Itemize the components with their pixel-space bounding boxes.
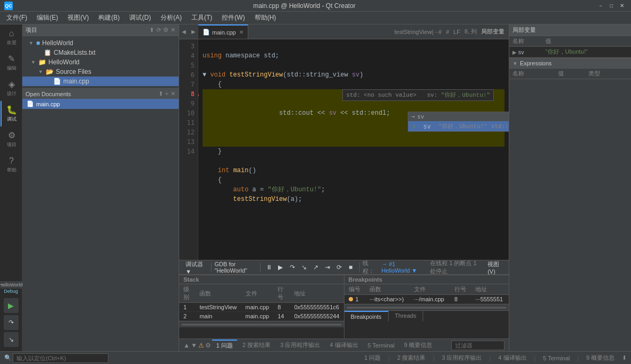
issues-tab-terminal[interactable]: 5 Terminal bbox=[364, 341, 399, 350]
source-folder-icon: 📂 bbox=[46, 68, 54, 75]
tab-breakpoints[interactable]: Breakpoints bbox=[344, 311, 389, 321]
filter-icon[interactable]: ⬆ bbox=[149, 27, 154, 33]
debug-view-selector[interactable]: 视图(V) bbox=[484, 259, 506, 276]
issues-tab-problems[interactable]: 1 问题 bbox=[212, 340, 237, 351]
issues-filter-icon[interactable]: ⚙ bbox=[205, 342, 211, 349]
tab-threads[interactable]: Threads bbox=[389, 311, 423, 321]
filter-input[interactable] bbox=[451, 341, 504, 350]
menu-controls[interactable]: 控件(W) bbox=[217, 12, 249, 24]
app-logo: QC bbox=[4, 2, 13, 10]
nav-design[interactable]: ◈ 设计 bbox=[1, 75, 22, 101]
tab-close-icon[interactable]: ✕ bbox=[239, 29, 243, 35]
debugger-selector[interactable]: 调试器 ▼ bbox=[182, 259, 208, 276]
code-area[interactable]: using namespace std; ▼ void testStringVi… bbox=[198, 39, 509, 260]
debug-run-to-line-button[interactable]: ⇥ bbox=[322, 262, 333, 273]
open-docs-add-icon[interactable]: + bbox=[165, 90, 169, 97]
issues-up-icon[interactable]: ▲ bbox=[183, 342, 190, 349]
bp-col-addr: 地址 bbox=[471, 284, 509, 295]
issues-tab-summary[interactable]: 9 概要信息 bbox=[400, 340, 436, 350]
bp-scrollbar[interactable] bbox=[344, 304, 509, 310]
menu-build[interactable]: 构建(B) bbox=[94, 12, 124, 24]
tree-item-source-files[interactable]: ▼ 📂 Source Files bbox=[22, 67, 179, 77]
status-terminal[interactable]: 5 Terminal bbox=[540, 355, 573, 361]
menu-tools[interactable]: 工具(T) bbox=[187, 12, 216, 24]
tree-item-cmakelists[interactable]: 📋 CMakeLists.txt bbox=[22, 48, 179, 57]
close-button[interactable]: ✕ bbox=[617, 2, 627, 10]
tab-encoding: LF bbox=[453, 29, 460, 35]
minimize-button[interactable]: － bbox=[596, 2, 605, 10]
status-summary[interactable]: 9 概要信息 bbox=[583, 354, 618, 362]
line-numbers: 3 4 5 6 7 8 9 10 11 12 13 14 bbox=[179, 39, 198, 260]
autocomplete-item-sv[interactable]: v sv "你好，Ubuntu!" std::string_view of le… bbox=[408, 121, 509, 131]
debug-step-in-button[interactable]: ↘ bbox=[299, 262, 309, 273]
tree-label-main-cpp: main.cpp bbox=[63, 78, 89, 85]
status-app-output[interactable]: 3 应用程序输出 bbox=[439, 354, 485, 362]
doc-item-main-cpp[interactable]: 📄 main.cpp bbox=[22, 99, 179, 109]
code-line-5 bbox=[203, 61, 504, 70]
menu-help[interactable]: 帮助(H) bbox=[250, 12, 281, 24]
stack-scrollbar[interactable] bbox=[179, 321, 344, 327]
tab-view-selector[interactable]: 局部变量 bbox=[481, 28, 504, 36]
help-icon: ? bbox=[9, 156, 14, 166]
code-line-12: { bbox=[203, 175, 504, 185]
sync-icon[interactable]: ⟳ bbox=[156, 27, 161, 33]
debug-continue-button[interactable]: ▶ bbox=[275, 262, 286, 273]
status-search-results[interactable]: 2 搜索结果 bbox=[394, 354, 428, 362]
stack-row-1[interactable]: 1 testStringView main.cpp 8 0x5555555551… bbox=[179, 303, 344, 312]
code-editor[interactable]: 3 4 5 6 7 8 9 10 11 12 13 14 using names… bbox=[179, 39, 509, 260]
tab-prev-button[interactable]: ◀ bbox=[179, 24, 189, 39]
bp-row-1[interactable]: 1 ···its<char>>) ···/main.cpp 8 ···55555… bbox=[344, 295, 509, 304]
menu-edit[interactable]: 编辑(E) bbox=[32, 12, 62, 24]
issues-tab-search[interactable]: 2 搜索结果 bbox=[238, 340, 275, 350]
locate-input[interactable] bbox=[13, 353, 108, 363]
issues-down-icon[interactable]: ▼ bbox=[191, 342, 197, 349]
nav-projects[interactable]: ⚙ 项目 bbox=[1, 126, 22, 152]
project-tree: ▼ ■ HelloWorld 📋 CMakeLists.txt ▼ 📁 Hell… bbox=[22, 36, 179, 88]
panel-tabs: Breakpoints Threads bbox=[344, 310, 509, 321]
stack-col-level: 级别 bbox=[179, 284, 195, 303]
thread-label: 线程： bbox=[363, 259, 376, 275]
tree-item-helloworld-folder[interactable]: ▼ 📁 HelloWorld bbox=[22, 57, 179, 67]
close-panel-icon[interactable]: ✕ bbox=[171, 27, 175, 33]
nav-debug[interactable]: 🐛 调试 bbox=[1, 101, 22, 126]
debug-tooltip: std: <no such value> sv: "你好，Ubuntu!" bbox=[342, 89, 494, 101]
tab-main-cpp[interactable]: 📄 main.cpp ✕ bbox=[198, 24, 248, 39]
menu-debug[interactable]: 调试(D) bbox=[125, 12, 155, 24]
doc-label-main-cpp: main.cpp bbox=[36, 101, 60, 107]
open-docs-close-icon[interactable]: ✕ bbox=[171, 90, 175, 97]
issues-tab-app-output[interactable]: 3 应用程序输出 bbox=[276, 340, 324, 350]
menu-view[interactable]: 视图(V) bbox=[63, 12, 93, 24]
debug-stop-button[interactable]: ■ bbox=[346, 262, 356, 273]
issues-tab-compile-output[interactable]: 4 编译输出 bbox=[325, 340, 362, 350]
menu-file[interactable]: 文件(F) bbox=[2, 12, 31, 24]
debug-restart-button[interactable]: ⟳ bbox=[334, 262, 344, 273]
edit-icon: ✎ bbox=[8, 54, 15, 64]
open-docs-sync-icon[interactable]: ⬆ bbox=[158, 90, 163, 97]
maximize-button[interactable]: □ bbox=[607, 2, 616, 10]
projects-icon: ⚙ bbox=[8, 130, 15, 140]
debug-step-over-button[interactable]: ↷ bbox=[287, 262, 298, 273]
settings-icon[interactable]: ⚙ bbox=[163, 27, 169, 33]
nav-design-label: 设计 bbox=[7, 90, 16, 97]
nav-welcome-label: 欢迎 bbox=[7, 39, 16, 46]
var-expand-icon[interactable]: ▶ bbox=[512, 49, 518, 55]
var-row-sv[interactable]: ▶ sv "你好，Ubuntu!" bbox=[509, 47, 631, 57]
stack-row-2[interactable]: 2 main main.cpp 14 0x555555555244 bbox=[179, 312, 344, 321]
run-button[interactable]: ▶ bbox=[4, 298, 19, 313]
debug-step-out-button[interactable]: ↗ bbox=[310, 262, 321, 273]
tree-item-main-cpp[interactable]: 📄 main.cpp bbox=[22, 77, 179, 86]
tab-next-button[interactable]: ▶ bbox=[189, 24, 198, 39]
status-issues[interactable]: 1 问题 bbox=[361, 354, 384, 362]
step-into-button[interactable]: ↘ bbox=[4, 332, 19, 347]
debug-interrupt-button[interactable]: ⏸ bbox=[264, 262, 274, 273]
status-compile-output[interactable]: 4 编译输出 bbox=[495, 354, 529, 362]
nav-debug-label: 调试 bbox=[7, 116, 16, 123]
thread-selector[interactable]: → #1 HelloWorld ▼ bbox=[378, 260, 424, 275]
step-over-button[interactable]: ↷ bbox=[4, 315, 19, 330]
menu-analyze[interactable]: 分析(A) bbox=[156, 12, 186, 24]
nav-edit[interactable]: ✎ 编辑 bbox=[1, 50, 22, 75]
nav-welcome[interactable]: ⌂ 欢迎 bbox=[1, 24, 22, 50]
nav-help[interactable]: ? 帮助 bbox=[1, 152, 22, 177]
expr-expand-icon[interactable]: ▼ bbox=[512, 61, 518, 66]
tree-item-helloworld-project[interactable]: ▼ ■ HelloWorld bbox=[22, 38, 179, 48]
